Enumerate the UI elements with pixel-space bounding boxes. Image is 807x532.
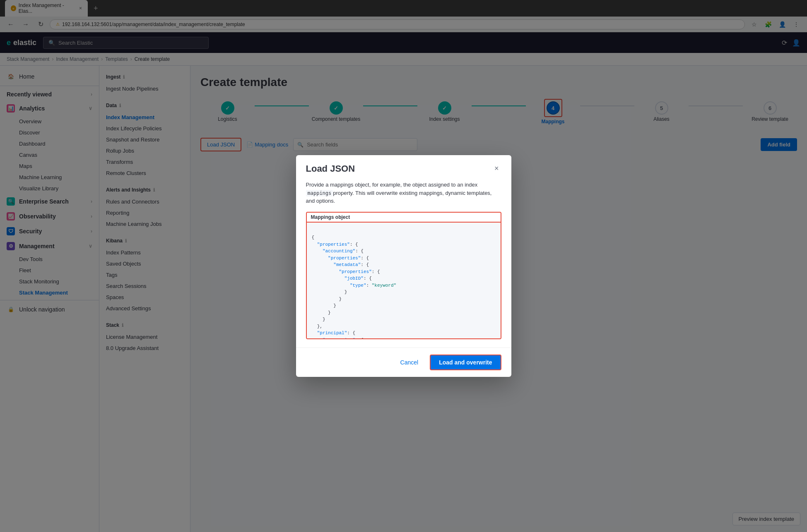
load-and-overwrite-button[interactable]: Load and overwrite <box>430 355 501 370</box>
modal-desc-suffix: property. This will overwrite existing m… <box>306 190 492 204</box>
modal-desc-code: mappings <box>306 190 333 197</box>
json-editor[interactable]: { "properties": { "accounting": { "prope… <box>307 223 501 338</box>
modal-description: Provide a mappings object, for example, … <box>306 181 501 205</box>
modal-desc-text: Provide a mappings object, for example, … <box>306 182 478 188</box>
cancel-button[interactable]: Cancel <box>394 355 425 370</box>
json-editor-container: Mappings object { "properties": { "accou… <box>306 212 501 339</box>
modal-title: Load JSON <box>306 163 355 174</box>
modal-body: Provide a mappings object, for example, … <box>296 181 511 347</box>
modal-footer: Cancel Load and overwrite <box>296 347 511 377</box>
json-editor-label: Mappings object <box>307 213 501 223</box>
modal-close-button[interactable]: × <box>492 163 501 174</box>
load-json-modal: Load JSON × Provide a mappings object, f… <box>296 155 511 377</box>
modal-header: Load JSON × <box>296 155 511 181</box>
modal-overlay[interactable]: Load JSON × Provide a mappings object, f… <box>0 0 807 532</box>
